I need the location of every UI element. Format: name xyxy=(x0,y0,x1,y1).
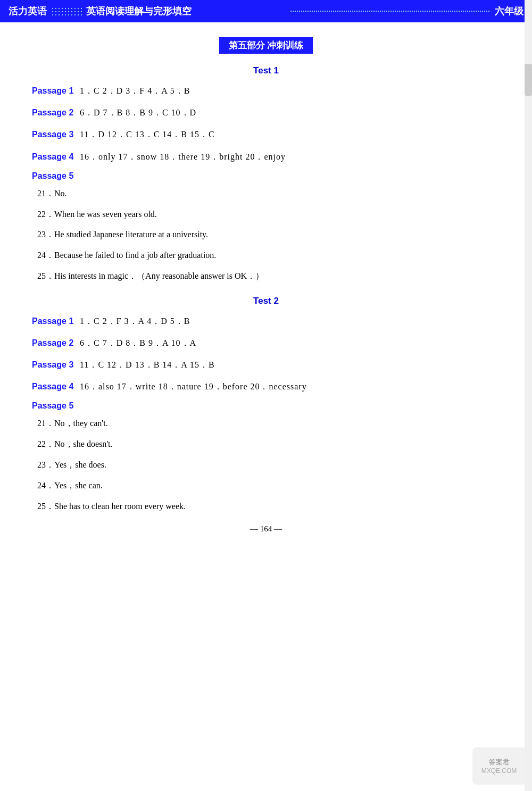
test1-passage1-row: Passage 1 1．C 2．D 3．F 4．A 5．B xyxy=(32,84,500,98)
section-title-wrap: 第五部分 冲刺训练 xyxy=(0,37,532,54)
test1-passage5-label: Passage 5 xyxy=(32,171,500,181)
scrollbar[interactable] xyxy=(525,0,532,791)
header-dots-right-decoration xyxy=(290,11,489,12)
test1-passage2-row: Passage 2 6．D 7．B 8．B 9．C 10．D xyxy=(32,105,500,120)
scrollbar-thumb[interactable] xyxy=(525,64,532,96)
test2-passage4-label: Passage 4 xyxy=(32,379,80,394)
test1-q25: 25．His interests in magic．（Any reasonabl… xyxy=(37,269,495,284)
test2-q25: 25．She has to clean her room every week. xyxy=(37,499,495,514)
header-right-title: 六年级 xyxy=(495,5,523,18)
watermark-line1: 答案君 xyxy=(489,757,510,767)
test1-passage4-answers: 16．only 17．snow 18．there 19．bright 20．en… xyxy=(80,149,286,164)
test2-passage4-row: Passage 4 16．also 17．write 18．nature 19．… xyxy=(32,379,500,394)
header-dots-decoration xyxy=(51,7,83,15)
test1-passage3-answers: 11．D 12．C 13．C 14．B 15．C xyxy=(80,127,215,141)
section-title: 第五部分 冲刺训练 xyxy=(219,37,313,54)
test2-passage1-answers: 1．C 2．F 3．A 4．D 5．B xyxy=(80,314,190,328)
test1-passage1-answers: 1．C 2．D 3．F 4．A 5．B xyxy=(80,84,190,98)
test2-q22: 22．No，she doesn't. xyxy=(37,437,495,452)
watermark: 答案君 MXQE.COM xyxy=(472,747,526,785)
page-number: — 164 — xyxy=(0,524,532,534)
test1-passage4-row: Passage 4 16．only 17．snow 18．there 19．br… xyxy=(32,149,500,164)
test1-q22: 22．When he was seven years old. xyxy=(37,207,495,222)
test1-q24: 24．Because he failed to find a job after… xyxy=(37,248,495,263)
test2-title: Test 2 xyxy=(0,296,532,306)
header-bar: 活力英语 英语阅读理解与完形填空 六年级 xyxy=(0,0,532,22)
test1-title: Test 1 xyxy=(0,65,532,76)
header-left-title: 活力英语 xyxy=(9,5,51,18)
test2-q21: 21．No，they can't. xyxy=(37,416,495,431)
test2-passage2-label: Passage 2 xyxy=(32,336,80,350)
test2-passage3-row: Passage 3 11．C 12．D 13．B 14．A 15．B xyxy=(32,357,500,372)
test1-q23: 23．He studied Japanese literature at a u… xyxy=(37,227,495,243)
test2-passage1-row: Passage 1 1．C 2．F 3．A 4．D 5．B xyxy=(32,314,500,328)
test1-passage1-label: Passage 1 xyxy=(32,84,80,98)
test2-passage1-label: Passage 1 xyxy=(32,314,80,328)
test2-passage5-label: Passage 5 xyxy=(32,401,500,411)
watermark-line2: MXQE.COM xyxy=(481,767,517,775)
test2-passage3-label: Passage 3 xyxy=(32,357,80,372)
test1-passage3-row: Passage 3 11．D 12．C 13．C 14．B 15．C xyxy=(32,127,500,141)
header-center-title: 英语阅读理解与完形填空 xyxy=(86,5,285,18)
test2-passage3-answers: 11．C 12．D 13．B 14．A 15．B xyxy=(80,357,215,372)
test1-passage2-answers: 6．D 7．B 8．B 9．C 10．D xyxy=(80,105,196,120)
test2-q23: 23．Yes，she does. xyxy=(37,457,495,473)
test2-q24: 24．Yes，she can. xyxy=(37,478,495,494)
test2-passage2-row: Passage 2 6．C 7．D 8．B 9．A 10．A xyxy=(32,336,500,350)
test1-passage4-label: Passage 4 xyxy=(32,149,80,164)
test1-q21: 21．No. xyxy=(37,186,495,202)
test2-passage2-answers: 6．C 7．D 8．B 9．A 10．A xyxy=(80,336,196,350)
test1-passage3-label: Passage 3 xyxy=(32,127,80,141)
test1-passage2-label: Passage 2 xyxy=(32,105,80,120)
test2-passage4-answers: 16．also 17．write 18．nature 19．before 20．… xyxy=(80,379,307,394)
